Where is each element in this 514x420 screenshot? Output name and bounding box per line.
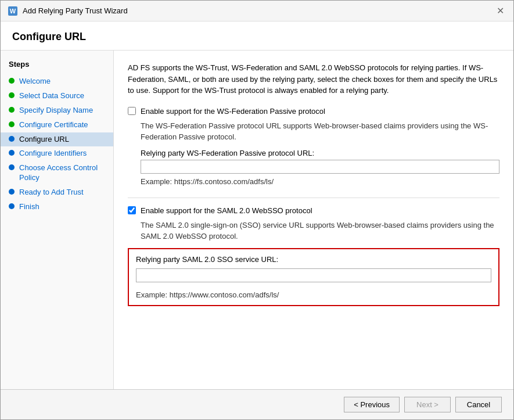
sidebar-heading: Steps [1,60,113,74]
saml-section: Enable support for the SAML 2.0 WebSSO p… [128,206,499,306]
saml-field-label: Relying party SAML 2.0 SSO service URL: [136,255,491,264]
cancel-button[interactable]: Cancel [455,397,502,412]
dot-specify-display-name [9,107,15,113]
ws-federation-desc: The WS-Federation Passive protocol URL s… [128,120,499,143]
footer: < Previous Next > Cancel [1,389,513,419]
page-title: Configure URL [12,31,502,43]
content-area: Steps Welcome Select Data Source Specify… [1,51,513,389]
ws-federation-example: Example: https://fs.contoso.com/adfs/ls/ [141,177,499,186]
sidebar-label-welcome: Welcome [19,77,51,87]
sidebar-label-specify-display-name: Specify Display Name [19,106,93,116]
dot-select-data-source [9,92,15,98]
sidebar-item-specify-display-name[interactable]: Specify Display Name [1,103,113,118]
close-button[interactable]: ✕ [494,5,506,16]
dot-ready-to-add-trust [9,189,15,195]
sidebar-label-choose-access-control-policy: Choose Access Control Policy [19,163,105,183]
sidebar-item-welcome[interactable]: Welcome [1,74,113,89]
saml-checkbox-row: Enable support for the SAML 2.0 WebSSO p… [128,206,499,215]
sidebar-item-configure-identifiers[interactable]: Configure Identifiers [1,146,113,161]
saml-url-input[interactable] [136,268,491,282]
sidebar: Steps Welcome Select Data Source Specify… [1,51,114,389]
dot-choose-access-control-policy [9,164,15,170]
ws-federation-checkbox[interactable] [128,107,136,115]
sidebar-label-ready-to-add-trust: Ready to Add Trust [19,188,84,198]
sidebar-label-select-data-source: Select Data Source [19,91,84,101]
saml-highlighted-box: Relying party SAML 2.0 SSO service URL: … [128,248,499,306]
sidebar-item-finish[interactable]: Finish [1,200,113,214]
sidebar-label-finish: Finish [19,202,39,212]
previous-button[interactable]: < Previous [344,397,400,412]
ws-federation-field-group: Relying party WS-Federation Passive prot… [128,149,499,186]
main-content: AD FS supports the WS-Trust, WS-Federati… [114,51,513,389]
wizard-icon: W [8,6,18,16]
next-button[interactable]: Next > [404,397,451,412]
ws-federation-url-input[interactable] [141,160,499,174]
dot-welcome [9,78,15,84]
dot-configure-identifiers [9,150,15,156]
saml-example: Example: https://www.contoso.com/adfs/ls… [136,290,491,299]
title-bar-left: W Add Relying Party Trust Wizard [8,6,128,16]
saml-checkbox-label[interactable]: Enable support for the SAML 2.0 WebSSO p… [141,206,312,215]
dot-finish [9,203,15,209]
sidebar-label-configure-url: Configure URL [19,135,69,145]
sidebar-item-configure-url[interactable]: Configure URL [1,132,113,147]
ws-federation-section: Enable support for the WS-Federation Pas… [128,107,499,186]
page-header: Configure URL [1,21,513,51]
sidebar-label-configure-identifiers: Configure Identifiers [19,149,87,159]
section-divider [128,198,499,198]
saml-checkbox[interactable] [128,206,136,214]
intro-text: AD FS supports the WS-Trust, WS-Federati… [128,62,499,96]
dot-configure-url [9,136,15,142]
dot-configure-certificate [9,121,15,127]
ws-federation-checkbox-row: Enable support for the WS-Federation Pas… [128,107,499,116]
saml-desc: The SAML 2.0 single-sign-on (SSO) servic… [128,220,499,242]
ws-federation-field-label: Relying party WS-Federation Passive prot… [141,149,499,157]
ws-federation-checkbox-label[interactable]: Enable support for the WS-Federation Pas… [141,107,325,116]
sidebar-item-select-data-source[interactable]: Select Data Source [1,89,113,103]
window-title: Add Relying Party Trust Wizard [23,6,128,15]
wizard-window: W Add Relying Party Trust Wizard ✕ Confi… [0,0,514,420]
sidebar-label-configure-certificate: Configure Certificate [19,120,88,130]
sidebar-item-configure-certificate[interactable]: Configure Certificate [1,118,113,132]
svg-text:W: W [10,8,16,15]
sidebar-item-choose-access-control-policy[interactable]: Choose Access Control Policy [1,161,113,185]
sidebar-item-ready-to-add-trust[interactable]: Ready to Add Trust [1,185,113,200]
title-bar: W Add Relying Party Trust Wizard ✕ [1,1,513,21]
